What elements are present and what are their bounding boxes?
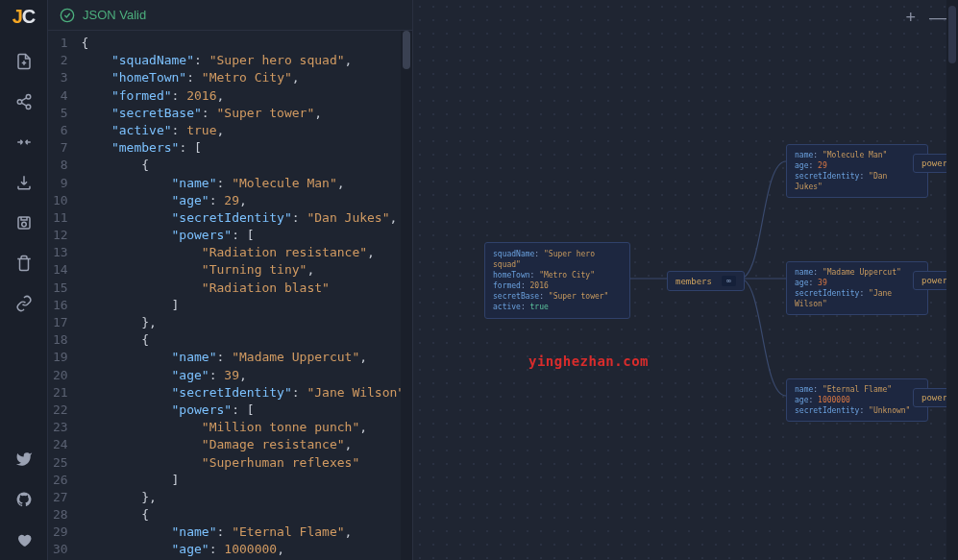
graph-pane[interactable]: + — squadName: "Super hero squad"homeTow… bbox=[413, 0, 958, 560]
graph-scrollbar[interactable] bbox=[946, 0, 958, 560]
graph-node-member-2[interactable]: name: "Madame Uppercut"age: 39secretIden… bbox=[786, 261, 928, 315]
editor-scrollbar-thumb[interactable] bbox=[403, 31, 410, 69]
graph-node-member-1[interactable]: name: "Molecule Man"age: 29secretIdentit… bbox=[786, 144, 928, 198]
new-file-icon[interactable] bbox=[8, 45, 40, 78]
gutter: 1234567891011121314151617181920212223242… bbox=[48, 31, 76, 560]
code-lines[interactable]: { "squadName": "Super hero squad", "home… bbox=[76, 31, 412, 560]
editor-pane: JSON Valid 12345678910111213141516171819… bbox=[48, 0, 413, 560]
svg-point-0 bbox=[26, 95, 31, 100]
delete-icon[interactable] bbox=[8, 247, 40, 280]
graph-node-member-3[interactable]: name: "Eternal Flame"age: 1000000secretI… bbox=[786, 378, 928, 422]
status-label: JSON Valid bbox=[83, 8, 146, 22]
svg-point-2 bbox=[26, 105, 31, 110]
check-circle-icon bbox=[60, 8, 75, 23]
add-button[interactable]: + bbox=[905, 8, 916, 28]
heart-icon[interactable] bbox=[8, 523, 40, 556]
status-bar: JSON Valid bbox=[48, 0, 412, 31]
download-icon[interactable] bbox=[8, 166, 40, 199]
logo-j: J bbox=[12, 6, 22, 28]
svg-point-1 bbox=[17, 100, 22, 105]
graph-node-root[interactable]: squadName: "Super hero squad"homeTown: "… bbox=[484, 242, 630, 319]
code-editor[interactable]: 1234567891011121314151617181920212223242… bbox=[48, 31, 412, 560]
editor-scrollbar[interactable] bbox=[401, 31, 412, 560]
svg-point-4 bbox=[21, 222, 26, 227]
sidebar: JC bbox=[0, 0, 48, 560]
share-icon[interactable] bbox=[8, 85, 40, 118]
twitter-icon[interactable] bbox=[8, 443, 40, 475]
logo: JC bbox=[12, 6, 36, 28]
logo-c: C bbox=[22, 6, 35, 28]
svg-point-5 bbox=[61, 9, 73, 21]
graph-scrollbar-thumb[interactable] bbox=[948, 6, 956, 63]
github-icon[interactable] bbox=[8, 483, 40, 516]
remove-button[interactable]: — bbox=[929, 8, 946, 28]
members-count: ∞ bbox=[722, 276, 736, 286]
members-label: members bbox=[676, 277, 712, 286]
graph-toolbar: + — bbox=[905, 8, 946, 28]
watermark: yinghezhan.com bbox=[528, 353, 649, 369]
save-icon[interactable] bbox=[8, 207, 40, 239]
collapse-icon[interactable] bbox=[8, 126, 40, 158]
graph-node-members[interactable]: members ∞ bbox=[667, 271, 745, 291]
link-icon[interactable] bbox=[8, 287, 40, 320]
